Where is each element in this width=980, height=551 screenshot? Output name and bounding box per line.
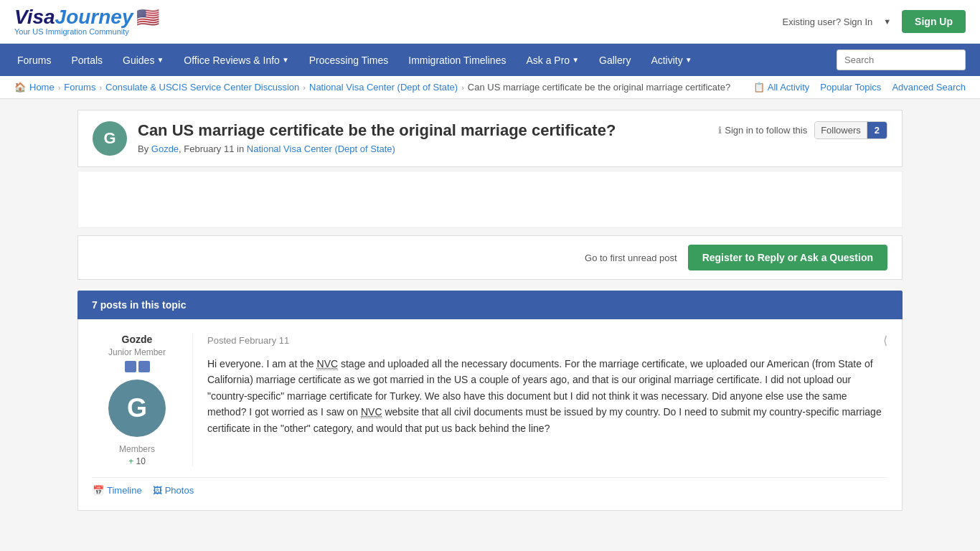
topic-header: G Can US marriage certificate be the ori… xyxy=(77,110,903,167)
posted-label: Posted xyxy=(207,335,236,346)
followers-count: 2 xyxy=(867,122,887,138)
signin-text[interactable]: Existing user? Sign In xyxy=(782,17,872,27)
logo-visa: Visa xyxy=(14,6,55,28)
points-prefix: + xyxy=(128,456,133,466)
all-activity-link[interactable]: 📋 All Activity xyxy=(753,82,810,93)
breadcrumb-consulate[interactable]: Consulate & USCIS Service Center Discuss… xyxy=(105,82,299,93)
register-reply-button[interactable]: Register to Reply or Ask a Question xyxy=(688,245,887,270)
avatar: G xyxy=(93,121,127,156)
topic-author-link[interactable]: Gozde xyxy=(151,143,179,154)
nav-item-office-reviews-label: Office Reviews & Info xyxy=(184,55,280,66)
activity-dropdown-arrow: ▼ xyxy=(685,56,692,64)
advanced-search-link[interactable]: Advanced Search xyxy=(892,82,966,93)
logo-journey: Journey xyxy=(55,6,133,28)
topic-info: Can US marriage certificate be the origi… xyxy=(138,121,707,154)
post-author-points: + 10 xyxy=(93,456,182,466)
followers-badge: Followers 2 xyxy=(814,121,887,139)
topic-follow-area: ℹ Sign in to follow this Followers 2 xyxy=(718,121,887,139)
posts-section: 7 posts in this topic Gozde Junior Membe… xyxy=(77,291,903,511)
all-activity-label: All Activity xyxy=(768,82,810,93)
signup-button[interactable]: Sign Up xyxy=(902,10,966,33)
post-author-pips xyxy=(93,361,182,372)
breadcrumb-sep-2: › xyxy=(99,83,102,92)
info-icon: ℹ xyxy=(718,125,722,136)
follow-label: Sign in to follow this xyxy=(725,125,807,136)
timeline-label: Timeline xyxy=(107,485,142,496)
main-nav: Forums Portals Guides ▼ Office Reviews &… xyxy=(0,44,980,76)
nav-item-ask-a-pro-label: Ask a Pro xyxy=(526,55,570,66)
pip-1 xyxy=(125,361,136,372)
post-author-name: Gozde xyxy=(93,334,182,345)
pip-2 xyxy=(138,361,150,372)
activity-links: 📋 All Activity Popular Topics Advanced S… xyxy=(753,82,966,93)
header-right: Existing user? Sign In ▼ Sign Up xyxy=(782,10,966,33)
signin-arrow: ▼ xyxy=(883,17,891,26)
nav-item-gallery[interactable]: Gallery xyxy=(589,44,641,76)
nav-item-forums[interactable]: Forums xyxy=(7,44,61,76)
post-footer: 📅 Timeline 🖼 Photos xyxy=(93,477,887,496)
all-activity-icon: 📋 xyxy=(753,82,765,93)
photos-label: Photos xyxy=(165,485,194,496)
followers-label: Followers xyxy=(815,122,867,138)
topic-location-link[interactable]: National Visa Center (Dept of State) xyxy=(247,143,395,154)
photos-icon: 🖼 xyxy=(153,485,162,496)
post-text: Hi everyone. I am at the NVC stage and u… xyxy=(207,356,887,436)
search-input[interactable] xyxy=(837,50,966,70)
popular-topics-link[interactable]: Popular Topics xyxy=(820,82,881,93)
logo[interactable]: VisaJourney🇺🇸 Your US Immigration Commun… xyxy=(14,7,159,36)
nav-item-office-reviews[interactable]: Office Reviews & Info ▼ xyxy=(174,44,298,76)
breadcrumb-sep-1: › xyxy=(58,83,61,92)
nav-item-guides-label: Guides xyxy=(123,55,154,66)
nav-item-guides[interactable]: Guides ▼ xyxy=(113,44,174,76)
first-unread-link[interactable]: Go to first unread post xyxy=(585,253,677,263)
photos-link[interactable]: 🖼 Photos xyxy=(153,485,194,496)
nav-item-activity-label: Activity xyxy=(651,55,682,66)
share-icon[interactable]: ⟨ xyxy=(883,334,887,347)
nav-item-activity[interactable]: Activity ▼ xyxy=(641,44,702,76)
post-author-avatar: G xyxy=(108,380,166,437)
topic-meta: By Gozde, February 11 in National Visa C… xyxy=(138,143,707,154)
logo-flag: 🇺🇸 xyxy=(136,6,159,28)
action-bar: Go to first unread post Register to Repl… xyxy=(77,235,903,280)
office-reviews-dropdown-arrow: ▼ xyxy=(282,56,289,64)
home-icon: 🏠 xyxy=(14,82,26,93)
breadcrumb-bar: 🏠 Home › Forums › Consulate & USCIS Serv… xyxy=(0,76,980,99)
post-author-rank: Junior Member xyxy=(93,347,182,357)
nvc-abbr-2: NVC xyxy=(361,406,382,418)
breadcrumb-sep-3: › xyxy=(303,83,306,92)
site-header: VisaJourney🇺🇸 Your US Immigration Commun… xyxy=(0,0,980,44)
points-value: 10 xyxy=(136,456,146,466)
nav-search-area xyxy=(829,44,973,76)
post-date: Posted February 11 xyxy=(207,335,289,346)
timeline-icon: 📅 xyxy=(93,485,104,496)
breadcrumb-nvc[interactable]: National Visa Center (Dept of State) xyxy=(309,82,458,93)
ad-space xyxy=(77,171,903,228)
topic-avatar-area: G xyxy=(93,121,127,156)
post-inner: Gozde Junior Member G Members + 10 xyxy=(93,334,887,466)
topic-date: February 11 xyxy=(184,143,234,154)
post-container: Gozde Junior Member G Members + 10 xyxy=(77,319,903,511)
nav-item-ask-a-pro[interactable]: Ask a Pro ▼ xyxy=(516,44,589,76)
post-author-role: Members xyxy=(93,444,182,454)
logo-tagline: Your US Immigration Community xyxy=(14,27,159,36)
breadcrumb: 🏠 Home › Forums › Consulate & USCIS Serv… xyxy=(14,82,730,93)
nav-item-processing-times[interactable]: Processing Times xyxy=(299,44,398,76)
follow-btn[interactable]: ℹ Sign in to follow this xyxy=(718,125,807,136)
breadcrumb-sep-4: › xyxy=(461,83,464,92)
post-date-bar: Posted February 11 ⟨ xyxy=(207,334,887,347)
breadcrumb-current: Can US marriage certificate be the origi… xyxy=(468,82,730,93)
nav-item-immigration-timelines[interactable]: Immigration Timelines xyxy=(398,44,516,76)
nav-item-portals[interactable]: Portals xyxy=(61,44,113,76)
ask-a-pro-dropdown-arrow: ▼ xyxy=(572,56,579,64)
main-content: G Can US marriage certificate be the ori… xyxy=(67,110,913,511)
breadcrumb-home[interactable]: Home xyxy=(29,82,55,93)
timeline-link[interactable]: 📅 Timeline xyxy=(93,485,142,496)
posts-header: 7 posts in this topic xyxy=(77,291,903,319)
guides-dropdown-arrow: ▼ xyxy=(156,56,164,64)
nvc-abbr-1: NVC xyxy=(317,358,339,370)
post-author-area: Gozde Junior Member G Members + 10 xyxy=(93,334,193,466)
breadcrumb-forums[interactable]: Forums xyxy=(64,82,95,93)
post-content-area: Posted February 11 ⟨ Hi everyone. I am a… xyxy=(207,334,887,466)
topic-title: Can US marriage certificate be the origi… xyxy=(138,121,707,140)
posted-date: February 11 xyxy=(239,335,289,346)
